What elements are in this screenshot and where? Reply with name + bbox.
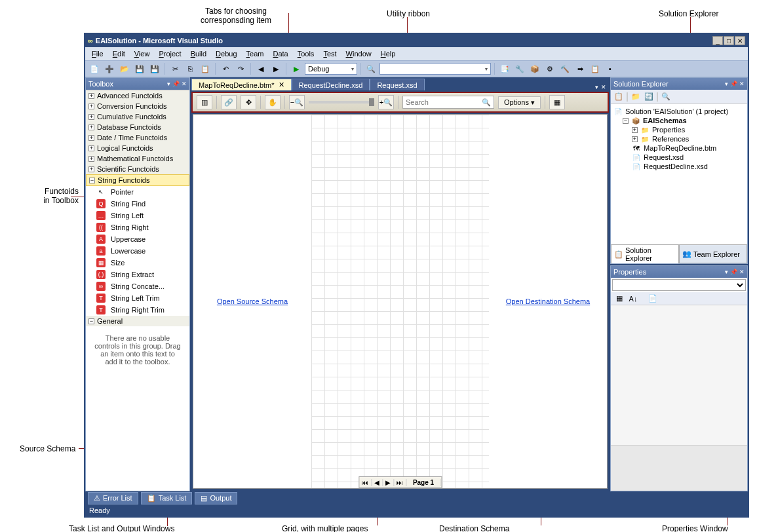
page-first-icon[interactable]: ⏮ [359,479,372,486]
properties-icon[interactable]: 📋 [613,92,624,102]
tb-icon-2[interactable]: 🔧 [513,62,526,75]
document-tab[interactable]: MapToReqDecline.btm*✕ [191,79,292,90]
toolbox-group[interactable]: +Scientific Functoids [86,164,189,174]
start-debug-icon[interactable]: ▶ [290,62,303,75]
toolbox-group-open[interactable]: −String Functoids [86,174,189,186]
show-all-icon[interactable]: 📁 [631,92,641,102]
dropdown-icon[interactable]: ▾ [725,269,728,275]
bottom-tab-error-list[interactable]: ⚠Error List [88,492,138,504]
open-destination-schema-link[interactable]: Open Destination Schema [506,297,590,305]
move-icon[interactable]: ✥ [241,95,256,109]
tab-solution-explorer[interactable]: 📋 Solution Explorer [611,244,679,263]
toolbox-item[interactable]: ((String Right [94,221,189,233]
menu-edit[interactable]: Edit [109,48,129,59]
pin-icon[interactable]: 📌 [730,269,737,275]
toolbox-item[interactable]: aLowercase [94,245,189,257]
menu-build[interactable]: Build [187,48,210,59]
page-next-icon[interactable]: ▶ [383,479,394,486]
toolbox-group[interactable]: +Advanced Functoids [86,90,189,101]
page-last-icon[interactable]: ⏭ [394,479,406,486]
toolbox-item[interactable]: ↖Pointer [94,186,189,198]
open-icon[interactable]: 📂 [118,62,131,75]
copy-icon[interactable]: ⎘ [184,62,197,75]
menu-test[interactable]: Test [319,48,340,59]
dropdown-icon[interactable]: ▾ [725,81,728,87]
toolbox-item[interactable]: ∞String Concate... [94,280,189,292]
open-source-schema-link[interactable]: Open Source Schema [217,297,288,305]
dropdown-icon[interactable]: ▾ [167,81,170,87]
document-tab[interactable]: Request.xsd [370,79,424,90]
nav-fwd-icon[interactable]: ▶ [269,62,282,75]
toolbox-group[interactable]: +Date / Time Functoids [86,132,189,143]
tb-icon-1[interactable]: 📑 [498,62,511,75]
hand-icon[interactable]: ✋ [265,95,281,109]
references-node[interactable]: + 📁 References [613,134,745,143]
zoom-out-icon[interactable]: −🔍 [289,95,305,109]
project-node[interactable]: − 📦 EAISchemas [613,116,745,125]
file-node[interactable]: 📄 RequestDecline.xsd [613,162,745,171]
toolbox-item[interactable]: (.)String Extract [94,269,189,280]
properties-node[interactable]: + 📁 Properties [613,125,745,134]
menu-project[interactable]: Project [155,48,185,59]
tab-team-explorer[interactable]: 👥 Team Explorer [679,244,747,263]
zoom-slider[interactable] [309,101,374,104]
search-icon[interactable]: 🔍 [482,98,491,107]
maximize-button[interactable]: □ [724,36,734,45]
properties-object-dropdown[interactable] [612,279,746,291]
alphabetical-icon[interactable]: A↓ [627,294,639,304]
menu-help[interactable]: Help [377,48,400,59]
solution-root[interactable]: 📄 Solution 'EAISolution' (1 project) [613,107,745,116]
ribbon-toggle-icon[interactable]: ▥ [197,95,212,109]
menu-tools[interactable]: Tools [294,48,319,59]
mapper-grid[interactable]: ⏮ ◀ ▶ ⏭ Page 1 [311,115,489,488]
undo-icon[interactable]: ↶ [219,62,232,75]
redo-icon[interactable]: ↷ [234,62,247,75]
toolbox-group[interactable]: +Cumulative Functoids [86,111,189,122]
file-node[interactable]: 📄 Request.xsd [613,153,745,162]
toolbox-item[interactable]: QString Find [94,198,189,210]
pin-icon[interactable]: 📌 [172,81,180,87]
toolbox-item[interactable]: AUppercase [94,233,189,245]
toolbox-item[interactable]: TString Left Trim [94,292,189,304]
toolbox-group[interactable]: +Mathematical Functoids [86,153,189,164]
save-all-icon[interactable]: 💾 [148,62,161,75]
paste-icon[interactable]: 📋 [199,62,212,75]
close-icon[interactable]: ✕ [182,81,187,87]
file-node[interactable]: 🗺 MapToReqDecline.btm [613,143,745,153]
view-code-icon[interactable]: 🔍 [661,92,671,102]
minimize-button[interactable]: _ [712,36,723,45]
toolbox-item[interactable]: ▦Size [94,257,189,269]
zoom-in-icon[interactable]: +🔍 [378,95,394,109]
toolbox-group[interactable]: +Logical Functoids [86,143,189,153]
toolbox-group[interactable]: +Conversion Functoids [86,101,189,111]
menu-file[interactable]: File [88,48,107,59]
refresh-icon[interactable]: 🔄 [644,92,654,102]
property-pages-icon[interactable]: 📄 [647,294,659,304]
tab-dropdown-icon[interactable]: ▾ [595,84,598,90]
find-icon[interactable]: 🔍 [364,62,378,75]
new-project-icon[interactable]: 📄 [88,62,101,75]
ribbon-search-input[interactable] [406,98,482,106]
close-icon[interactable]: ✕ [739,269,745,275]
tb-icon-8[interactable]: ▪ [604,62,617,75]
menu-view[interactable]: View [130,48,154,59]
menu-team[interactable]: Team [243,48,268,59]
link-icon[interactable]: 🔗 [221,95,237,109]
find-input[interactable] [379,63,491,75]
toolbox-group-general[interactable]: −General [86,316,189,326]
document-tab[interactable]: RequestDecline.xsd [292,79,370,90]
close-icon[interactable]: ✕ [739,81,745,87]
close-button[interactable]: ✕ [735,36,745,45]
tb-icon-5[interactable]: 🔨 [558,62,572,75]
close-icon[interactable]: ✕ [279,81,284,89]
toolbox-item[interactable]: …String Left [94,210,189,221]
bottom-tab-output[interactable]: ▤Output [195,492,237,504]
nav-back-icon[interactable]: ◀ [254,62,267,75]
categorized-icon[interactable]: ▦ [613,294,625,304]
options-button[interactable]: Options ▾ [498,96,541,109]
cut-icon[interactable]: ✂ [168,62,182,75]
tb-icon-6[interactable]: ➡ [573,62,587,75]
save-icon[interactable]: 💾 [133,62,146,75]
menu-data[interactable]: Data [269,48,292,59]
tb-icon-3[interactable]: 📦 [528,62,541,75]
